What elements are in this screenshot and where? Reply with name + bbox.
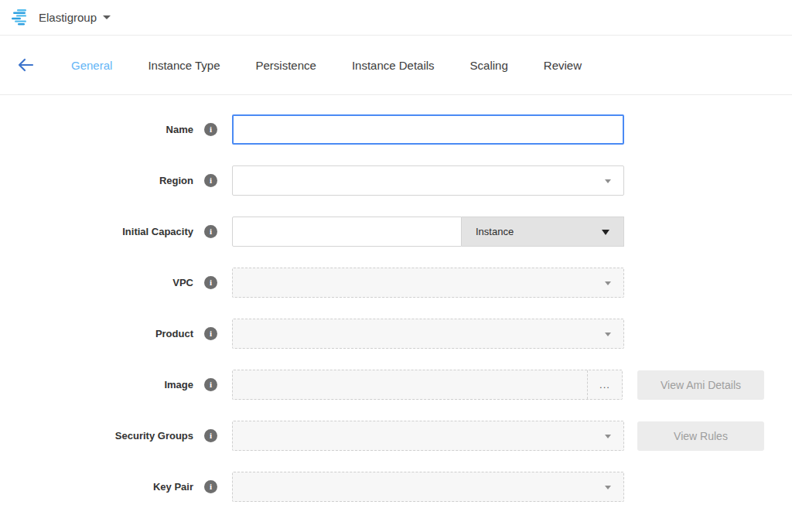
product-info-icon[interactable]: i xyxy=(204,327,217,340)
initial-capacity-label: Initial Capacity xyxy=(0,226,193,237)
initial-capacity-input[interactable] xyxy=(232,217,462,247)
general-settings-form: Name i Region i Initial Capacity i Insta… xyxy=(0,95,792,502)
elastigroup-logo-icon xyxy=(11,9,31,27)
product-label: Product xyxy=(0,328,193,339)
capacity-unit-value: Instance xyxy=(476,226,514,237)
key-pair-label: Key Pair xyxy=(0,481,193,493)
capacity-unit-select[interactable]: Instance xyxy=(462,217,624,247)
chevron-down-icon xyxy=(605,332,611,336)
chevron-down-icon[interactable] xyxy=(103,15,111,19)
name-input[interactable] xyxy=(232,114,624,145)
back-button[interactable] xyxy=(15,55,36,75)
image-label: Image xyxy=(0,379,193,390)
tab-general[interactable]: General xyxy=(71,59,112,72)
chevron-down-icon xyxy=(605,281,611,285)
top-bar: Elastigroup xyxy=(0,0,792,36)
product-select xyxy=(232,319,624,349)
tab-scaling[interactable]: Scaling xyxy=(470,59,508,72)
region-select[interactable] xyxy=(232,165,624,196)
tab-review[interactable]: Review xyxy=(544,59,582,72)
vpc-label: VPC xyxy=(0,277,193,288)
security-groups-label: Security Groups xyxy=(0,430,193,442)
view-ami-details-button[interactable]: View Ami Details xyxy=(637,370,764,400)
form-row-name: Name i xyxy=(0,114,792,145)
form-row-key-pair: Key Pair i xyxy=(0,472,792,502)
chevron-down-icon xyxy=(605,435,611,438)
initial-capacity-info-icon[interactable]: i xyxy=(204,225,217,238)
form-row-region: Region i xyxy=(0,165,792,196)
key-pair-select xyxy=(232,472,624,502)
form-row-initial-capacity: Initial Capacity i Instance xyxy=(0,217,792,247)
app-switcher-label[interactable]: Elastigroup xyxy=(39,11,97,24)
key-pair-info-icon[interactable]: i xyxy=(204,480,217,493)
image-info-icon[interactable]: i xyxy=(204,378,217,391)
wizard-tab-bar: General Instance Type Persistence Instan… xyxy=(0,36,792,95)
name-info-icon[interactable]: i xyxy=(204,123,217,136)
region-label: Region xyxy=(0,175,193,186)
chevron-down-icon xyxy=(602,230,609,235)
form-row-product: Product i xyxy=(0,319,792,349)
security-groups-select xyxy=(232,421,624,451)
chevron-down-icon xyxy=(605,486,611,489)
ellipsis-icon: ... xyxy=(599,379,610,390)
form-row-vpc: VPC i xyxy=(0,268,792,298)
image-input: ... xyxy=(232,370,623,400)
vpc-info-icon[interactable]: i xyxy=(204,276,217,289)
browse-image-button[interactable]: ... xyxy=(587,370,622,399)
back-arrow-icon xyxy=(17,58,34,72)
form-row-security-groups: Security Groups i View Rules xyxy=(0,421,792,451)
name-label: Name xyxy=(0,124,193,135)
chevron-down-icon xyxy=(605,179,611,183)
region-info-icon[interactable]: i xyxy=(204,174,217,187)
tab-instance-type[interactable]: Instance Type xyxy=(148,59,220,72)
vpc-select xyxy=(232,268,624,298)
view-rules-button[interactable]: View Rules xyxy=(637,421,764,451)
security-groups-info-icon[interactable]: i xyxy=(204,429,217,442)
tab-instance-details[interactable]: Instance Details xyxy=(352,59,435,72)
form-row-image: Image i ... View Ami Details xyxy=(0,370,792,400)
tab-persistence[interactable]: Persistence xyxy=(256,59,316,72)
